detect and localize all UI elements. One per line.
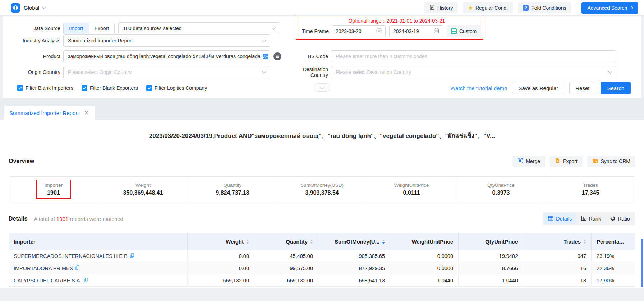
search-button[interactable]: Search <box>601 82 631 94</box>
details-table: Importer Weight Quantity SumOfMoney(U...… <box>9 233 635 287</box>
product-input[interactable] <box>63 50 270 62</box>
report-content: 2023/03/20-2024/03/19,Product AND"заморо… <box>0 120 644 288</box>
end-date-value: 2024-03-19 <box>393 28 434 34</box>
sort-carets-icon[interactable] <box>583 240 586 244</box>
history-button[interactable]: History <box>424 2 458 13</box>
trades-cell: 16 <box>523 262 592 274</box>
star-icon: ★ <box>468 5 473 10</box>
filter-blank-exporters-checkbox[interactable]: Filter Blank Exporters <box>82 85 138 91</box>
merge-button[interactable]: Merge <box>512 156 545 167</box>
copy-icon[interactable] <box>84 278 88 283</box>
industry-select[interactable]: Summarized Importer Report <box>63 34 270 47</box>
col-header-trades[interactable]: Trades <box>523 233 592 250</box>
view-rank-button[interactable]: Rank <box>577 213 605 224</box>
qtyunitprice-cell: 8.7666 <box>459 262 523 274</box>
matched-suffix: records were matched <box>70 216 123 222</box>
view-details-button[interactable]: Details <box>544 213 576 224</box>
tab-strip: Summarized Importer Report ✕ <box>0 98 644 120</box>
qtyunitprice-cell: 19.9402 <box>459 250 523 262</box>
fold-conditions-icon <box>523 5 529 11</box>
time-frame-label: Time Frame <box>300 28 329 34</box>
percentage-cell: 17.90% <box>592 274 635 286</box>
origin-country-select[interactable]: Please select Origin Country <box>63 66 270 78</box>
collapse-conditions-button[interactable] <box>314 83 330 92</box>
weightunitprice-cell: 0.0000 <box>390 250 459 262</box>
region-picker[interactable]: Global <box>11 3 46 13</box>
filter-logitics-company-label: Filter Logitics Company <box>155 85 207 91</box>
col-header-percentage: Percenta... <box>592 233 635 250</box>
data-source-toggle: Import Export <box>63 23 115 34</box>
copy-icon[interactable] <box>75 265 79 271</box>
topbar-actions: History ★ Regular Cond. Fold Conditions … <box>424 2 638 14</box>
history-label: History <box>437 5 453 11</box>
data-sources-select[interactable]: 100 data sources selected <box>118 22 280 34</box>
col-header-label: WeightUnitPrice <box>411 239 453 245</box>
qtyunitprice-cell: 1.0440 <box>459 274 523 286</box>
tutorial-demo-link[interactable]: Watch the tutorial demo <box>451 85 507 91</box>
col-header-sumofmoney[interactable]: SumOfMoney(U... <box>318 233 390 250</box>
matched-summary: A total of 1901 records were matched <box>34 216 123 222</box>
copy-icon[interactable] <box>130 253 134 259</box>
col-header-quantity[interactable]: Quantity <box>254 233 318 250</box>
multilang-list-icon[interactable] <box>273 52 281 60</box>
sort-carets-icon[interactable] <box>382 240 385 244</box>
stat-importer: Importer 1901 <box>9 177 98 202</box>
origin-country-placeholder: Please select Origin Country <box>68 69 260 75</box>
export-label: Export <box>563 158 577 164</box>
importer-link[interactable]: CALYPSO DEL CARIBE S.A. <box>14 278 82 283</box>
hs-code-input[interactable] <box>331 50 616 62</box>
fold-conditions-button[interactable]: Fold Conditions <box>518 2 571 13</box>
stat-label: Trades <box>546 182 635 188</box>
calendar-icon <box>376 28 382 34</box>
destination-country-select[interactable]: Please select Destination Country <box>331 66 616 78</box>
weightunitprice-cell: 1.0440 <box>390 274 459 286</box>
reset-button[interactable]: Reset <box>569 82 595 94</box>
view-ratio-button[interactable]: Ratio <box>606 213 634 224</box>
col-header-weight[interactable]: Weight <box>188 233 254 250</box>
checkbox-checked-icon <box>17 85 23 91</box>
hs-code-label: HS Code <box>285 54 328 59</box>
importer-link[interactable]: SUPERMERCADOS INTERNACIONALES H E B <box>14 253 128 259</box>
stat-value: 3,903,378.54 <box>277 190 367 196</box>
overview-actions: Merge Export Sync to CRM <box>512 156 635 167</box>
filter-blank-importers-label: Filter Blank Importers <box>26 85 73 91</box>
time-frame-row: Time Frame 2023-03-20 2024-03-19 Custom <box>296 25 483 37</box>
close-icon[interactable]: ✕ <box>84 110 89 116</box>
translate-icon[interactable]: 文A <box>263 54 268 59</box>
destination-country-placeholder: Please select Destination Country <box>336 69 606 75</box>
col-header-label: Quantity <box>286 239 308 245</box>
custom-range-icon <box>451 28 457 34</box>
percentage-cell: 22.36% <box>592 262 635 274</box>
export-toggle[interactable]: Export <box>89 23 114 34</box>
report-title: 2023/03/20-2024/03/19,Product AND"заморо… <box>0 120 644 140</box>
export-button[interactable]: Export <box>550 156 582 167</box>
advanced-search-button[interactable]: Advanced Search <box>581 2 638 14</box>
table-scrollbar[interactable] <box>641 239 643 287</box>
stat-label: QtyUnitPrice <box>456 182 546 188</box>
product-field-wrap: 文A <box>63 50 270 62</box>
tab-label: Summarized Importer Report <box>9 110 79 116</box>
filter-blank-importers-checkbox[interactable]: Filter Blank Importers <box>17 85 73 91</box>
regular-cond-button[interactable]: ★ Regular Cond. <box>463 2 513 13</box>
sort-carets-icon[interactable] <box>310 240 313 244</box>
divider <box>576 4 576 12</box>
start-date-picker[interactable]: 2023-03-20 <box>332 25 386 37</box>
filter-logitics-company-checkbox[interactable]: Filter Logitics Company <box>146 85 207 91</box>
stat-sumofmoney: SumOfMoney(USD) 3,903,378.54 <box>277 177 367 202</box>
col-header-label: Trades <box>564 239 581 245</box>
matched-prefix: A total of <box>34 216 55 222</box>
import-toggle[interactable]: Import <box>64 23 89 34</box>
weight-cell: 0.00 <box>188 250 254 262</box>
view-ratio-label: Ratio <box>618 216 630 222</box>
sumofmoney-cell: 698,541.13 <box>318 274 390 286</box>
end-date-picker[interactable]: 2024-03-19 <box>389 25 443 37</box>
view-details-label: Details <box>556 216 572 222</box>
save-as-regular-button[interactable]: Save as Regular <box>512 82 564 94</box>
custom-range-button[interactable]: Custom <box>447 25 481 37</box>
sync-to-crm-button[interactable]: Sync to CRM <box>587 156 635 167</box>
data-source-label: Data Source <box>9 26 60 31</box>
stat-label: SumOfMoney(USD) <box>277 182 367 188</box>
sort-carets-icon[interactable] <box>246 240 249 244</box>
tab-summarized-importer-report[interactable]: Summarized Importer Report ✕ <box>4 106 95 120</box>
importer-link[interactable]: IMPORTADORA PRIMEX <box>14 265 73 271</box>
